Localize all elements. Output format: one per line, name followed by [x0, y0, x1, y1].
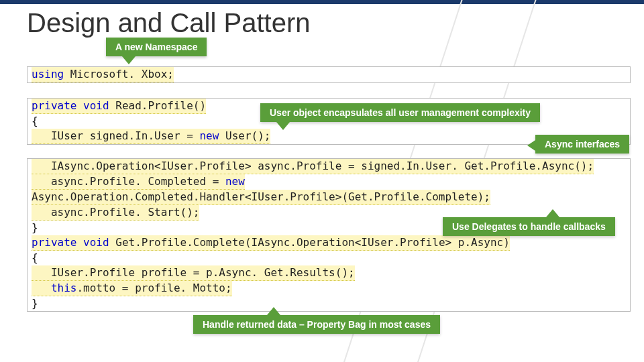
callout-label: Async interfaces — [545, 139, 620, 149]
code-text: IUser.Profile profile = p.Async. Get.Res… — [32, 266, 355, 279]
code-text: User(); — [219, 129, 270, 142]
page-title: Design and Call Pattern — [27, 8, 310, 38]
callout-label: User object encapsulates all user manage… — [270, 107, 531, 118]
code-text: } — [32, 221, 38, 234]
code-text: Get.Profile.Complete(IAsync.Operation<IU… — [109, 236, 510, 249]
code-text: Read.Profile() — [109, 99, 207, 112]
kw-private: private — [32, 99, 76, 112]
callout-tail — [267, 307, 280, 315]
code-text: Async.Operation.Completed.Handler<IUser.… — [32, 190, 490, 203]
callout-label: Handle returned data – Property Bag in m… — [203, 319, 431, 330]
code-text: .motto = profile. Motto; — [76, 282, 231, 294]
callout-tail — [122, 56, 136, 64]
code-text: async.Profile. Completed = — [32, 175, 225, 188]
callout-async: Async interfaces — [535, 135, 629, 154]
callout-label: Use Delegates to handle callbacks — [452, 221, 606, 232]
code-text: { — [32, 251, 38, 264]
callout-delegates: Use Delegates to handle callbacks — [443, 217, 615, 236]
callout-tail — [527, 140, 535, 151]
kw-void: void — [83, 99, 109, 112]
code-text: } — [32, 297, 38, 310]
kw-new: new — [199, 129, 219, 142]
callout-label: A new Namespace — [115, 42, 197, 52]
callout-namespace: A new Namespace — [106, 38, 207, 56]
code-text: Microsoft. Xbox; — [64, 68, 174, 80]
callout-tail — [276, 122, 290, 130]
kw-new: new — [225, 175, 245, 188]
callout-user-object: User object encapsulates all user manage… — [260, 103, 540, 122]
kw-using: using — [32, 68, 64, 80]
code-text: IUser signed.In.User = — [32, 129, 199, 142]
top-bar — [0, 0, 644, 4]
kw-void: void — [83, 236, 109, 249]
callout-property-bag: Handle returned data – Property Bag in m… — [193, 315, 440, 334]
callout-tail — [546, 209, 559, 217]
kw-private: private — [32, 236, 76, 249]
code-text: IAsync.Operation<IUser.Profile> async.Pr… — [32, 160, 594, 172]
code-text: async.Profile. Start(); — [32, 206, 199, 219]
kw-this: this — [51, 282, 77, 294]
code-text: { — [32, 115, 38, 127]
code-block-using: using Microsoft. Xbox; — [27, 66, 631, 83]
